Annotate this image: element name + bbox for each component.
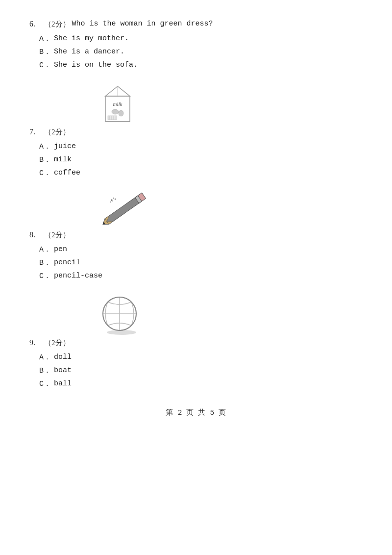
q9-option-b: B． boat	[39, 366, 363, 375]
q8-option-b-letter: B．	[39, 258, 54, 267]
q6-option-b-text: She is a dancer.	[54, 48, 124, 56]
question-7: milk 7. （2分）	[29, 81, 363, 177]
q7-option-b: B． milk	[39, 155, 363, 164]
svg-text:milk: milk	[113, 101, 123, 107]
q9-option-c-text: ball	[54, 379, 72, 388]
question-8: 8. （2分） A． pen B． pencil C． pencil-case	[29, 189, 363, 280]
question-6: 6. （2分） Who is the woman in green dress?…	[29, 20, 363, 70]
q7-option-b-letter: B．	[39, 155, 54, 164]
q9-image-container	[98, 292, 363, 336]
q6-option-a-letter: A．	[39, 34, 54, 43]
q8-option-a-text: pen	[54, 245, 67, 253]
q8-option-c-text: pencil-case	[54, 272, 102, 280]
q7-image-container: milk	[98, 81, 363, 126]
q9-score: （2分）	[44, 338, 70, 348]
q8-image-container	[98, 189, 363, 228]
q7-option-b-text: milk	[54, 155, 72, 164]
q9-number: 9.	[29, 338, 44, 347]
pencil-icon	[98, 189, 152, 228]
q7-score: （2分）	[44, 127, 70, 137]
q8-number: 8.	[29, 230, 44, 239]
q8-option-c-letter: C．	[39, 271, 54, 280]
q6-text: Who is the woman in green dress?	[72, 20, 213, 28]
milk-carton-icon: milk	[98, 81, 137, 126]
q7-option-a-text: juice	[54, 142, 76, 151]
q6-option-c-letter: C．	[39, 60, 54, 70]
svg-point-29	[112, 201, 113, 202]
q9-option-c: C． ball	[39, 379, 363, 388]
q7-option-c-text: coffee	[54, 169, 80, 177]
ball-icon	[98, 292, 142, 336]
svg-rect-18	[105, 196, 141, 224]
q6-option-b: B． She is a dancer.	[39, 47, 363, 56]
q6-option-c-text: She is on the sofa.	[54, 61, 138, 69]
q9-option-b-letter: B．	[39, 366, 54, 375]
q7-option-c-letter: C．	[39, 168, 54, 177]
q6-option-c: C． She is on the sofa.	[39, 60, 363, 70]
q9-option-a-letter: A．	[39, 353, 54, 362]
q6-option-a-text: She is my mother.	[54, 34, 129, 43]
q8-option-b: B． pencil	[39, 258, 363, 267]
q9-option-a-text: doll	[54, 353, 72, 361]
svg-point-26	[113, 198, 114, 199]
svg-point-5	[112, 109, 119, 114]
svg-point-6	[119, 110, 123, 116]
q7-option-a-letter: A．	[39, 142, 54, 151]
q9-option-b-text: boat	[54, 366, 72, 375]
svg-point-27	[110, 202, 111, 202]
q9-option-a: A． doll	[39, 353, 363, 362]
q6-number: 6.	[29, 20, 44, 28]
q6-option-b-letter: B．	[39, 47, 54, 56]
q8-option-a-letter: A．	[39, 245, 54, 254]
q6-score: （2分）	[44, 20, 70, 29]
question-9: 9. （2分） A． doll B． boat C． ball	[29, 292, 363, 388]
svg-point-25	[111, 200, 113, 201]
q7-option-c: C． coffee	[39, 168, 363, 177]
q7-number: 7.	[29, 127, 44, 136]
q6-option-a: A． She is my mother.	[39, 34, 363, 43]
q8-option-a: A． pen	[39, 245, 363, 254]
q8-option-c: C． pencil-case	[39, 271, 363, 280]
q8-option-b-text: pencil	[54, 258, 80, 267]
page-footer: 第 2 页 共 5 页	[29, 408, 363, 417]
q9-option-c-letter: C．	[39, 379, 54, 388]
q8-score: （2分）	[44, 230, 70, 240]
svg-point-28	[115, 199, 116, 200]
page-content: 6. （2分） Who is the woman in green dress?…	[0, 0, 392, 447]
q7-option-a: A． juice	[39, 142, 363, 151]
